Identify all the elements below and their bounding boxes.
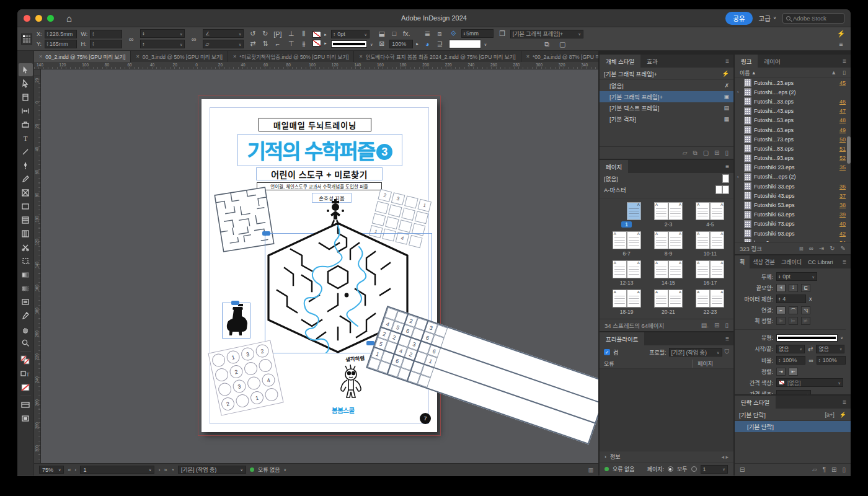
- link-item[interactable]: › Futoshiki 53.eps 38: [735, 200, 851, 210]
- shear-angle-dropdown[interactable]: ▱∨: [203, 40, 244, 48]
- next-error-icon[interactable]: ▸: [725, 454, 728, 460]
- arrow-align-tip-button[interactable]: ⇥: [776, 368, 786, 376]
- link-page-number[interactable]: 38: [839, 202, 846, 208]
- llama-frame[interactable]: [222, 303, 250, 339]
- effects-icon[interactable]: fx.: [402, 30, 411, 37]
- page-range-dropdown[interactable]: 1∨: [701, 465, 728, 474]
- pen-tool[interactable]: [19, 159, 33, 172]
- link-page-number[interactable]: 50: [839, 136, 846, 143]
- link-page-number[interactable]: 40: [839, 221, 846, 227]
- start-arrow-dropdown[interactable]: 없음∨: [776, 345, 805, 353]
- miter-limit-field[interactable]: ▴▾4: [776, 294, 806, 303]
- prev-page-button[interactable]: ‹: [74, 467, 76, 473]
- spread-thumbnail[interactable]: A A 12-13: [606, 260, 647, 286]
- x-field[interactable]: ▴▾228.5mm: [45, 30, 77, 38]
- reference-point-proxy[interactable]: [21, 33, 32, 45]
- content-collector-tool[interactable]: [19, 118, 33, 131]
- spread-thumbnail[interactable]: A A 20-21: [647, 290, 689, 315]
- cover-title-frame[interactable]: 기적의 수학퍼즐 3: [237, 134, 402, 166]
- page-tool[interactable]: [19, 91, 33, 104]
- link-item[interactable]: › Futoshiki 23.eps 35: [735, 163, 851, 172]
- page-number-dropdown[interactable]: 1∨: [80, 466, 154, 474]
- document-tab[interactable]: × *00_2a.indd @ 87% [GPU 미리 보: [521, 51, 598, 62]
- tab-stroke[interactable]: 획: [735, 255, 750, 268]
- disclosure-icon[interactable]: ›: [737, 174, 742, 180]
- flip-vertical-icon[interactable]: ⇅: [260, 40, 270, 48]
- link-page-number[interactable]: 49: [839, 127, 846, 133]
- tab-object-styles[interactable]: 개체 스타일: [600, 55, 640, 68]
- vertical-grid-tool[interactable]: [19, 227, 33, 240]
- tab-swatches[interactable]: 색상 견본: [750, 255, 778, 268]
- link-item[interactable]: › Futoshi...23.eps 45: [735, 78, 851, 87]
- spread-thumbnail[interactable]: A A 4-5: [689, 202, 731, 228]
- publisher-logo[interactable]: 봄봄스쿨: [332, 405, 355, 415]
- last-page-button[interactable]: »: [164, 467, 167, 473]
- master-none[interactable]: [없음]: [600, 173, 733, 184]
- link-item[interactable]: › Futoshi....eps (2): [735, 172, 851, 182]
- chain-sudoku-puzzle[interactable]: 13223421: [208, 340, 283, 415]
- panel-menu-icon[interactable]: ≡: [725, 335, 733, 342]
- spread-thumbnail[interactable]: A A 22-23: [689, 290, 731, 315]
- direct-selection-tool[interactable]: [19, 77, 33, 90]
- link-item[interactable]: › Futoshi...33.eps 46: [735, 97, 851, 106]
- quick-apply-icon[interactable]: ⚡: [836, 30, 846, 38]
- new-style-icon[interactable]: ⊞: [714, 149, 719, 156]
- tab-preflight[interactable]: 프리플라이트: [600, 332, 644, 345]
- object-style-item[interactable]: [없음] ✗: [600, 80, 733, 91]
- style-group-icon[interactable]: ⊟: [740, 466, 745, 473]
- link-page-number[interactable]: 36: [839, 184, 846, 190]
- panel-menu-icon[interactable]: ≡: [725, 58, 733, 64]
- scale-x-dropdown[interactable]: ▴▾∨: [140, 29, 185, 38]
- link-page-number[interactable]: 52: [839, 155, 846, 161]
- close-tab-icon[interactable]: ×: [39, 53, 42, 60]
- vertical-ruler[interactable]: 2002040608010012014016018020022024026028…: [34, 69, 41, 463]
- zoom-tool[interactable]: [19, 336, 33, 349]
- panel-menu-icon[interactable]: ≡: [725, 163, 733, 170]
- align-bottom-icon[interactable]: ⊤: [286, 40, 296, 48]
- link-page-number[interactable]: 51: [839, 146, 846, 152]
- tab-cc-libraries[interactable]: CC Librari: [805, 255, 836, 268]
- link-item[interactable]: › Futoshiki 63.eps 39: [735, 210, 851, 219]
- advanced-menu[interactable]: 고급∨: [759, 14, 776, 23]
- align-center-button[interactable]: ⊫: [776, 317, 786, 325]
- formatting-affects-toggle[interactable]: T: [19, 367, 33, 380]
- pages-all-radio[interactable]: [668, 466, 673, 472]
- link-item[interactable]: › Futoshiki 73.eps 40: [735, 219, 851, 229]
- object-style-item[interactable]: [기본 그래픽 프레임]+ ▣: [600, 91, 733, 102]
- gap-tint-dropdown[interactable]: ›: [776, 390, 811, 395]
- zoom-level-dropdown[interactable]: 75%∨: [39, 466, 64, 474]
- cap-round-button[interactable]: ⟟: [789, 284, 798, 292]
- distribute-v-icon[interactable]: ⫵: [299, 40, 308, 48]
- spread-thumbnail[interactable]: A A 16-17: [689, 260, 731, 286]
- delete-spread-icon[interactable]: ▯: [725, 322, 728, 329]
- tab-layers[interactable]: 레이어: [758, 55, 786, 68]
- spread-thumbnail[interactable]: A A 1: [606, 202, 647, 228]
- link-item[interactable]: › Futoshiki 93.eps 42: [735, 229, 851, 238]
- tab-gradient[interactable]: 그레이디: [778, 255, 805, 268]
- spread-thumbnail[interactable]: A A 14-15: [647, 260, 689, 286]
- h-field[interactable]: ▴▾: [90, 40, 122, 48]
- update-link-icon[interactable]: ↻: [830, 245, 835, 252]
- type-tool[interactable]: T: [19, 131, 33, 144]
- adobe-stock-search[interactable]: Adobe Stock: [782, 13, 844, 24]
- links-scrollbar[interactable]: [847, 136, 851, 164]
- link-item[interactable]: › Futoshi...83.eps 51: [735, 144, 851, 153]
- preflight-error-list[interactable]: [600, 369, 733, 451]
- scale-y-dropdown[interactable]: ▴▾∨: [140, 40, 185, 48]
- fill-color-swatch[interactable]: [312, 31, 321, 38]
- align-inside-button[interactable]: ⊨: [789, 317, 798, 325]
- style-override-icon[interactable]: [a+]: [825, 412, 835, 418]
- gap-color-dropdown[interactable]: [없음]∨: [776, 378, 843, 387]
- free-transform-tool[interactable]: [19, 254, 33, 267]
- master-a[interactable]: A-마스터: [600, 184, 733, 195]
- link-item[interactable]: › Futoshi....eps (2): [735, 87, 851, 97]
- document-page[interactable]: 매일매일 두뇌트레이닝 기적의 수학퍼즐 3 어린이 스도쿠 + 미로찾기 언이…: [202, 99, 437, 432]
- tab-effects[interactable]: 효과: [640, 55, 663, 68]
- cap-butt-button[interactable]: ⫞: [776, 284, 786, 292]
- prev-error-icon[interactable]: ◂: [721, 454, 724, 460]
- horizontal-ruler[interactable]: 1401201008060402002040608010012014016018…: [34, 62, 598, 69]
- goto-link-icon[interactable]: ⇥: [819, 245, 824, 252]
- panel-menu-icon[interactable]: ≡: [836, 40, 846, 48]
- collect-links-icon[interactable]: ⧈: [799, 245, 803, 252]
- link-item[interactable]: › Futoshi...63.eps 49: [735, 125, 851, 135]
